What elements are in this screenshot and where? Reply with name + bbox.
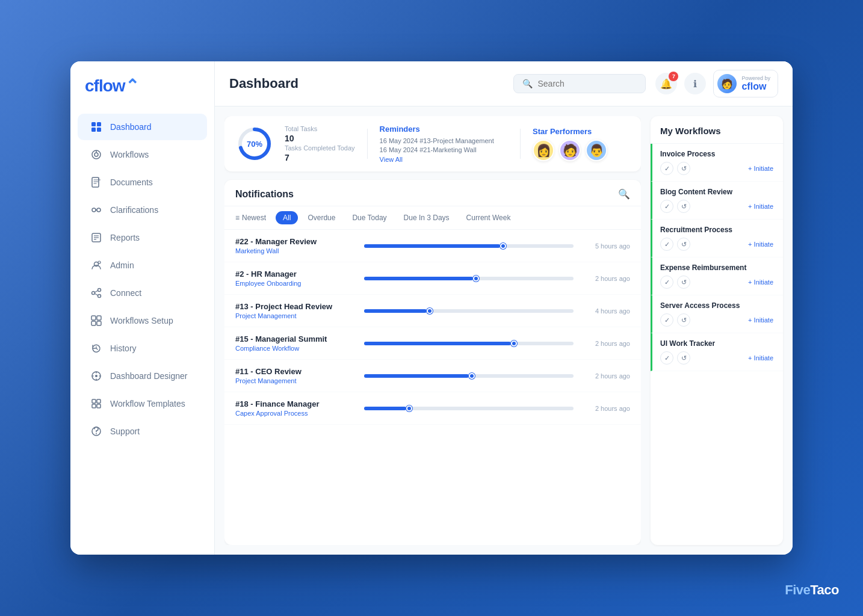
workflow-check-icon[interactable]: ✓ (660, 200, 673, 213)
workflow-check-icon[interactable]: ✓ (660, 238, 673, 251)
sidebar-label-dashboard-designer: Dashboard Designer (110, 371, 187, 381)
documents-icon (90, 176, 103, 189)
notification-row[interactable]: #18 - Finance Manager Capex Approval Pro… (224, 392, 641, 425)
svg-point-17 (92, 292, 95, 295)
notification-name: #18 - Finance Manager (235, 399, 356, 408)
workflow-icons: ✓ ↺ (660, 162, 690, 175)
workflow-item: Invoice Process ✓ ↺ + Initiate (651, 144, 783, 182)
notification-info: #15 - Managerial Summit Compliance Workf… (235, 334, 356, 352)
workflow-name: Recruitment Process (660, 226, 773, 234)
sidebar-item-dashboard[interactable]: Dashboard (78, 114, 207, 140)
notification-sub: Employee Onboarding (235, 280, 356, 287)
notification-row[interactable]: #13 - Project Head Review Project Manage… (224, 295, 641, 327)
notification-info: #18 - Finance Manager Capex Approval Pro… (235, 399, 356, 417)
notification-row[interactable]: #15 - Managerial Summit Compliance Workf… (224, 327, 641, 360)
notification-row[interactable]: #22 - Manager Review Marketing Wall 5 ho… (224, 230, 641, 262)
initiate-button[interactable]: + Initiate (748, 279, 773, 286)
sidebar-item-clarifications[interactable]: Clarifications (78, 197, 207, 223)
workflow-check-icon[interactable]: ✓ (660, 276, 673, 289)
view-all-link[interactable]: View All (380, 156, 508, 163)
notification-name: #22 - Manager Review (235, 237, 356, 246)
progress-track (364, 407, 574, 410)
svg-rect-33 (97, 404, 101, 408)
notification-row[interactable]: #11 - CEO Review Project Management 2 ho… (224, 360, 641, 392)
star-avatar: 👩 (533, 140, 554, 161)
svg-rect-22 (91, 316, 96, 320)
progress-fill (364, 309, 427, 313)
star-avatar: 🧑 (559, 140, 581, 161)
svg-point-19 (98, 295, 101, 298)
workflow-actions: ✓ ↺ + Initiate (660, 313, 773, 327)
workflow-item: UI Work Tracker ✓ ↺ + Initiate (651, 333, 783, 371)
workflow-clock-icon[interactable]: ↺ (677, 238, 690, 251)
notification-time: 2 hours ago (582, 405, 630, 412)
initiate-button[interactable]: + Initiate (748, 241, 773, 248)
main-area: Dashboard 🔍 🔔 7 ℹ 🧑 Powered by cflow (215, 61, 793, 555)
svg-point-5 (94, 153, 98, 156)
notification-info: #13 - Project Head Review Project Manage… (235, 302, 356, 319)
workflow-icons: ✓ ↺ (660, 351, 690, 365)
svg-line-21 (95, 294, 98, 295)
notification-info: #11 - CEO Review Project Management (235, 367, 356, 384)
sidebar-item-dashboard-designer[interactable]: Dashboard Designer (78, 363, 207, 389)
notification-time: 2 hours ago (582, 275, 630, 282)
sidebar-item-workflows[interactable]: Workflows (78, 141, 207, 168)
sidebar-item-support[interactable]: Support (78, 418, 207, 445)
filter-tab-due-today[interactable]: Due Today (345, 211, 394, 224)
notification-sub: Capex Approval Process (235, 410, 356, 417)
workflow-clock-icon[interactable]: ↺ (677, 162, 690, 175)
sidebar-item-workflows-setup[interactable]: Workflows Setup (78, 307, 207, 334)
search-box[interactable]: 🔍 (513, 74, 646, 93)
initiate-button[interactable]: + Initiate (748, 165, 773, 172)
initiate-button[interactable]: + Initiate (748, 316, 773, 324)
fivetaco-brand: FiveTaco (785, 582, 839, 598)
stats-bar: 70% Total Tasks 10 Tasks Completed Today… (224, 116, 641, 171)
sort-icon: ≡ (235, 214, 240, 222)
filter-tab-all[interactable]: All (276, 211, 298, 224)
workflow-clock-icon[interactable]: ↺ (677, 313, 690, 327)
search-input[interactable] (537, 79, 637, 88)
workflow-check-icon[interactable]: ✓ (660, 313, 673, 327)
reminders-title: Reminders (380, 125, 508, 134)
sidebar-item-documents[interactable]: Documents (78, 169, 207, 196)
progress-track (364, 244, 574, 248)
initiate-button[interactable]: + Initiate (748, 354, 773, 362)
svg-rect-25 (97, 321, 101, 325)
sidebar-item-history[interactable]: History (78, 335, 207, 362)
notification-time: 4 hours ago (582, 307, 630, 315)
sidebar-item-reports[interactable]: Reports (78, 224, 207, 251)
svg-rect-2 (91, 128, 96, 132)
logo: cflow⌃ (70, 76, 214, 112)
workflow-item: Expense Reimbursement ✓ ↺ + Initiate (651, 257, 783, 295)
star-avatars: 👩🧑👨 (533, 140, 629, 161)
progress-fill (364, 342, 511, 345)
notification-row[interactable]: #2 - HR Manager Employee Onboarding 2 ho… (224, 262, 641, 295)
info-button[interactable]: ℹ (684, 73, 706, 94)
progress-track (364, 374, 574, 378)
sidebar-item-connect[interactable]: Connect (78, 280, 207, 306)
notifications-button[interactable]: 🔔 7 (655, 73, 677, 94)
total-tasks-value: 10 (285, 134, 355, 143)
workflow-actions: ✓ ↺ + Initiate (660, 200, 773, 213)
workflow-clock-icon[interactable]: ↺ (677, 351, 690, 365)
svg-rect-7 (92, 177, 99, 187)
filter-tab-current-week[interactable]: Current Week (459, 211, 518, 224)
workflow-clock-icon[interactable]: ↺ (677, 276, 690, 289)
workflows-icon (90, 148, 103, 161)
svg-point-35 (96, 433, 97, 434)
workflow-check-icon[interactable]: ✓ (660, 351, 673, 365)
sidebar-item-workflow-templates[interactable]: Workflow Templates (78, 390, 207, 417)
notifications-header: Notifications 🔍 (224, 180, 641, 206)
workflow-icons: ✓ ↺ (660, 276, 690, 289)
search-notifications-icon[interactable]: 🔍 (618, 188, 630, 200)
filter-tab-due-in-3-days[interactable]: Due In 3 Days (397, 211, 457, 224)
filter-tab-overdue[interactable]: Overdue (300, 211, 342, 224)
support-icon (90, 425, 103, 438)
svg-point-8 (92, 208, 96, 212)
workflow-clock-icon[interactable]: ↺ (677, 200, 690, 213)
sidebar-item-admin[interactable]: Admin (78, 252, 207, 279)
notification-name: #11 - CEO Review (235, 367, 356, 376)
user-profile[interactable]: 🧑 Powered by cflow (713, 70, 778, 97)
initiate-button[interactable]: + Initiate (748, 203, 773, 210)
workflow-check-icon[interactable]: ✓ (660, 162, 673, 175)
